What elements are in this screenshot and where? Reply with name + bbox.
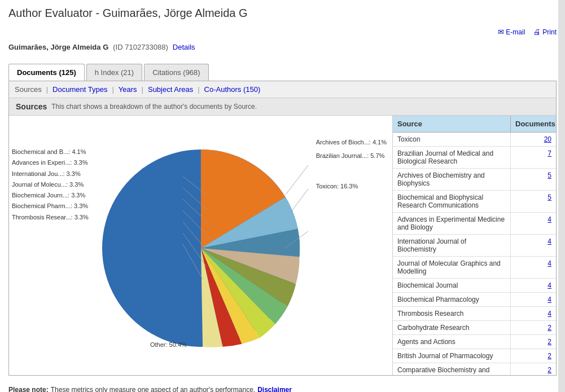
- td-docs[interactable]: 20: [511, 133, 556, 146]
- label-biochemical-j: Biochemical Journ...: 3.3%: [12, 190, 89, 201]
- disclaimer-link[interactable]: Disclaimer: [257, 386, 292, 392]
- top-actions: ✉ E-mail 🖨 Print: [0, 24, 565, 39]
- page-header: Author Evaluator - Guimarães, Jörge Alme…: [0, 0, 565, 24]
- table-row: British Journal of Pharmacology 2: [393, 349, 556, 363]
- th-documents: Documents: [511, 116, 556, 132]
- svg-line-8: [291, 189, 308, 212]
- sub-tab-doctypes[interactable]: Document Types: [48, 85, 112, 94]
- pie-labels-left: Biochemical and B...: 4.1% Advances in E…: [12, 147, 89, 223]
- pie-chart: Other: 50.4%: [82, 138, 319, 353]
- td-source: Journal of Molecular Graphics and Modell…: [393, 257, 511, 278]
- page-title: Author Evaluator - Guimarães, Jörge Alme…: [0, 0, 565, 24]
- td-source: Toxicon: [393, 133, 511, 146]
- sub-tabs-bar: Sources | Document Types | Years | Subje…: [9, 81, 556, 98]
- tab-documents[interactable]: Documents (125): [8, 64, 85, 81]
- table-row: Toxicon 20: [393, 133, 556, 147]
- pie-labels-right: Archives of Bioch...: 4.1% Brazilian Jou…: [316, 135, 387, 193]
- label-advances: Advances in Experi...: 3.3%: [12, 157, 89, 168]
- section-title: Sources: [16, 102, 47, 111]
- footer-note: Please note: These metrics only measure …: [0, 381, 565, 392]
- table-scroll[interactable]: Toxicon 20 Brazilian Journal of Medical …: [393, 133, 556, 375]
- table-row: International Journal of Biochemistry 4: [393, 235, 556, 257]
- td-docs[interactable]: 2: [511, 321, 556, 334]
- section-header: Sources This chart shows a breakdown of …: [9, 98, 556, 116]
- table-row: Carbohydrate Research 2: [393, 321, 556, 335]
- svg-line-7: [286, 165, 308, 195]
- td-source: Biochemical Pharmacology: [393, 293, 511, 306]
- table-row: Biochemical and Biophysical Research Com…: [393, 191, 556, 213]
- td-docs[interactable]: 4: [511, 213, 556, 234]
- td-source: International Journal of Biochemistry: [393, 235, 511, 256]
- scrollbar[interactable]: [558, 0, 565, 392]
- label-biochemicalb: Biochemical and B...: 4.1%: [12, 147, 89, 157]
- th-source: Source: [393, 116, 511, 132]
- td-source: Biochemical and Biophysical Research Com…: [393, 191, 511, 212]
- section-desc: This chart shows a breakdown of the auth…: [51, 103, 257, 111]
- label-toxicon: Toxicon: 16.3%: [316, 179, 387, 193]
- td-source: Archives of Biochemistry and Biophysics: [393, 169, 511, 190]
- table-row: Journal of Molecular Graphics and Modell…: [393, 257, 556, 279]
- table-row: Biochemical Pharmacology 4: [393, 293, 556, 307]
- sub-tab-coauthors[interactable]: Co-Authors (150): [200, 85, 265, 94]
- footer-note-prefix: Please note:: [8, 386, 49, 392]
- print-link[interactable]: 🖨 Print: [533, 28, 557, 36]
- td-docs[interactable]: 2: [511, 349, 556, 363]
- td-docs[interactable]: 5: [511, 169, 556, 190]
- td-docs[interactable]: 4: [511, 293, 556, 306]
- table-row: Agents and Actions 2: [393, 335, 556, 349]
- td-source: Agents and Actions: [393, 335, 511, 349]
- td-source: British Journal of Pharmacology: [393, 349, 511, 363]
- tab-hindex[interactable]: h Index (21): [86, 64, 142, 81]
- table-row: Comparative Biochemistry and 2: [393, 363, 556, 375]
- author-name: Guimarães, Jörge Almeida G: [8, 43, 108, 51]
- sub-tab-years[interactable]: Years: [114, 85, 142, 94]
- sub-tab-sources[interactable]: Sources: [15, 85, 46, 94]
- td-docs[interactable]: 5: [511, 191, 556, 212]
- td-source: Biochemical Journal: [393, 279, 511, 292]
- table-row: Archives of Biochemistry and Biophysics …: [393, 169, 556, 191]
- td-docs[interactable]: 2: [511, 363, 556, 375]
- label-brazilian: Brazilian Journal...: 5.7%: [316, 149, 387, 162]
- email-link[interactable]: ✉ E-mail: [498, 28, 525, 36]
- td-docs[interactable]: 4: [511, 279, 556, 292]
- author-details-link[interactable]: Details: [173, 43, 195, 51]
- td-source: Carbohydrate Research: [393, 321, 511, 334]
- email-icon: ✉: [498, 28, 504, 36]
- tabs-container: Documents (125) h Index (21) Citations (…: [0, 58, 565, 81]
- author-id: (ID 7102733088): [113, 43, 168, 51]
- td-docs[interactable]: 4: [511, 257, 556, 278]
- label-journal-mol: Journal of Molecu...: 3.3%: [12, 179, 89, 190]
- label-biochemical-p: Biochemical Pharm...: 3.3%: [12, 201, 89, 212]
- td-source: Advances in Experimental Medicine and Bi…: [393, 213, 511, 234]
- author-info: Guimarães, Jörge Almeida G (ID 710273308…: [0, 39, 565, 58]
- other-label: Other: 50.4%: [150, 341, 187, 348]
- footer-note-text: These metrics only measure one aspect of…: [51, 386, 255, 392]
- td-docs[interactable]: 2: [511, 335, 556, 349]
- label-thrombosis: Thrombosis Resear...: 3.3%: [12, 212, 89, 223]
- table-row: Biochemical Journal 4: [393, 279, 556, 293]
- td-docs[interactable]: 7: [511, 147, 556, 168]
- content-area: Sources | Document Types | Years | Subje…: [8, 81, 557, 376]
- label-archives: Archives of Bioch...: 4.1%: [316, 135, 387, 149]
- table-area: Source Documents Toxicon 20 Brazilian Jo…: [392, 116, 556, 375]
- chart-area: Biochemical and B...: 4.1% Advances in E…: [9, 116, 392, 375]
- table-row: Brazilian Journal of Medical and Biologi…: [393, 147, 556, 169]
- td-docs[interactable]: 4: [511, 235, 556, 256]
- label-international: International Jou...: 3.3%: [12, 169, 89, 179]
- table-row: Thrombosis Research 4: [393, 307, 556, 321]
- chart-table-container: Biochemical and B...: 4.1% Advances in E…: [9, 116, 556, 375]
- print-icon: 🖨: [533, 28, 541, 36]
- td-docs[interactable]: 4: [511, 307, 556, 320]
- td-source: Brazilian Journal of Medical and Biologi…: [393, 147, 511, 168]
- td-source: Thrombosis Research: [393, 307, 511, 320]
- table-row: Advances in Experimental Medicine and Bi…: [393, 213, 556, 235]
- tab-citations[interactable]: Citations (968): [144, 64, 209, 81]
- sub-tab-subject-areas[interactable]: Subject Areas: [143, 85, 198, 94]
- td-source: Comparative Biochemistry and: [393, 363, 511, 375]
- table-header-row: Source Documents: [393, 116, 556, 133]
